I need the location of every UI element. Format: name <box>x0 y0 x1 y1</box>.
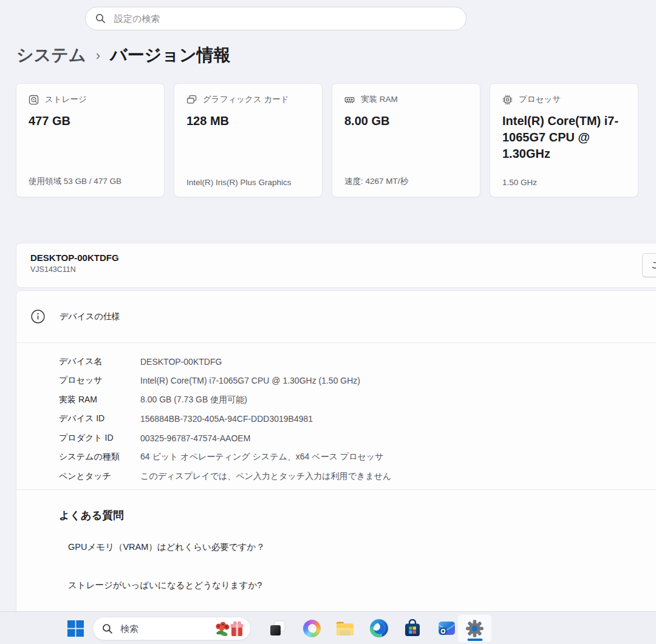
spec-row-label: デバイス ID <box>59 413 140 424</box>
table-row: デバイス名 DESKTOP-00KTDFG <box>59 352 647 371</box>
edge-button[interactable] <box>369 619 389 638</box>
processor-card[interactable]: プロセッサ Intel(R) Core(TM) i7-1065G7 CPU @ … <box>490 83 638 197</box>
table-row: デバイス ID 156884BB-7320-405A-94CF-DDD3019B… <box>59 410 647 429</box>
rename-pc-button[interactable]: こ <box>642 253 656 277</box>
spec-card-label: ストレージ <box>45 94 87 105</box>
active-app-indicator <box>467 639 482 641</box>
taskbar-search-input[interactable] <box>120 623 211 634</box>
spec-card-caption: Intel(R) Iris(R) Plus Graphics <box>186 178 310 187</box>
device-specs-expander: デバイスの仕様 デバイス名 DESKTOP-00KTDFG プロセッサ Inte… <box>16 290 656 630</box>
spec-card-label: プロセッサ <box>519 94 561 105</box>
info-icon <box>30 309 46 324</box>
spec-card-caption: 使用領域 53 GB / 477 GB <box>29 176 152 187</box>
table-row: ペンとタッチ このディスプレイでは、ペン入力とタッチ入力は利用できません <box>59 467 647 486</box>
spec-card-value: 8.00 GB <box>344 113 468 129</box>
search-icon <box>95 13 106 24</box>
spec-card-caption: 1.50 GHz <box>502 178 626 187</box>
spec-row-value: DESKTOP-00KTDFG <box>140 357 222 367</box>
spec-card-value: 477 GB <box>29 113 152 129</box>
spec-card-label: グラフィックス カード <box>203 94 289 105</box>
spec-row-value: 156884BB-7320-405A-94CF-DDD3019B4981 <box>140 414 313 424</box>
table-row: システムの種類 64 ビット オペレーティング システム、x64 ベース プロセ… <box>59 448 647 467</box>
spec-row-label: プロダクト ID <box>59 433 140 444</box>
copilot-button[interactable] <box>302 619 321 638</box>
faq-question-storage-full[interactable]: ストレージがいっぱいになるとどうなりますか? <box>68 580 262 591</box>
spec-row-value: 8.00 GB (7.73 GB 使用可能) <box>140 395 247 405</box>
spec-row-label: 実装 RAM <box>59 395 140 405</box>
breadcrumb-system[interactable]: システム <box>16 44 86 67</box>
spec-card-value: 128 MB <box>186 113 310 129</box>
spec-row-label: システムの種類 <box>59 452 140 463</box>
graphics-card-card[interactable]: グラフィックス カード 128 MB Intel(R) Iris(R) Plus… <box>174 83 323 197</box>
table-row: プロダクト ID 00325-96787-47574-AAOEM <box>59 429 647 448</box>
spec-row-label: デバイス名 <box>59 356 140 367</box>
spec-row-label: プロセッサ <box>59 375 140 386</box>
storage-icon <box>29 95 39 105</box>
spec-cards-row: ストレージ 477 GB 使用領域 53 GB / 477 GB グラフィックス… <box>16 83 638 197</box>
windows-start-button[interactable] <box>67 620 84 637</box>
table-row: プロセッサ Intel(R) Core(TM) i7-1065G7 CPU @ … <box>59 371 647 391</box>
table-row: 実装 RAM 8.00 GB (7.73 GB 使用可能) <box>59 390 647 410</box>
divider <box>16 342 656 343</box>
spec-row-value: 64 ビット オペレーティング システム、x64 ベース プロセッサ <box>140 452 383 463</box>
ram-icon <box>344 95 355 105</box>
device-model: VJS143C11N <box>30 265 656 274</box>
device-name-banner: DESKTOP-00KTDFG VJS143C11N こ <box>16 243 656 288</box>
breadcrumb: システム › バージョン情報 <box>16 44 231 67</box>
settings-search-input[interactable] <box>114 13 456 24</box>
spec-row-label: ペンとタッチ <box>59 471 140 482</box>
faq-question-vram[interactable]: GPUメモリ（VRAM）はどれくらい必要ですか？ <box>68 541 265 553</box>
spec-card-label: 実装 RAM <box>361 94 398 105</box>
spec-card-value: Intel(R) Core(TM) i7-1065G7 CPU @ 1.30GH… <box>502 113 626 162</box>
processor-icon <box>502 95 513 105</box>
outlook-button[interactable] <box>437 619 456 638</box>
spec-card-caption: 速度: 4267 MT/秒 <box>344 176 468 187</box>
task-view-button[interactable] <box>268 619 287 638</box>
device-specs-title: デバイスの仕様 <box>60 311 120 322</box>
settings-search-box[interactable] <box>85 7 466 30</box>
device-specs-header[interactable]: デバイスの仕様 <box>16 291 656 342</box>
copilot-icon <box>303 620 321 637</box>
graphics-card-icon <box>186 95 197 105</box>
storage-card[interactable]: ストレージ 477 GB 使用領域 53 GB / 477 GB <box>16 83 165 197</box>
spec-row-value: 00325-96787-47574-AAOEM <box>140 433 250 443</box>
file-explorer-button[interactable] <box>335 619 355 638</box>
flowers-gift-icon <box>211 619 247 639</box>
spec-row-value: Intel(R) Core(TM) i7-1065G7 CPU @ 1.30GH… <box>140 376 360 385</box>
faq-title: よくある質問 <box>59 508 124 523</box>
page-title: バージョン情報 <box>110 44 231 67</box>
settings-gear-icon <box>465 619 484 638</box>
chevron-right-icon: › <box>96 47 100 64</box>
search-icon <box>102 623 113 634</box>
edge-icon <box>370 619 388 637</box>
taskbar <box>0 611 656 644</box>
microsoft-store-button[interactable] <box>403 619 422 638</box>
settings-button[interactable] <box>457 614 492 643</box>
spec-row-value: このディスプレイでは、ペン入力とタッチ入力は利用できません <box>140 471 391 482</box>
taskbar-search-box[interactable] <box>92 617 251 640</box>
ram-card[interactable]: 実装 RAM 8.00 GB 速度: 4267 MT/秒 <box>332 83 480 197</box>
device-name: DESKTOP-00KTDFG <box>30 253 656 263</box>
divider <box>16 489 656 490</box>
device-specs-table: デバイス名 DESKTOP-00KTDFG プロセッサ Intel(R) Cor… <box>59 352 647 486</box>
settings-window: システム › バージョン情報 ストレージ 477 GB 使用領域 53 GB /… <box>0 0 656 644</box>
